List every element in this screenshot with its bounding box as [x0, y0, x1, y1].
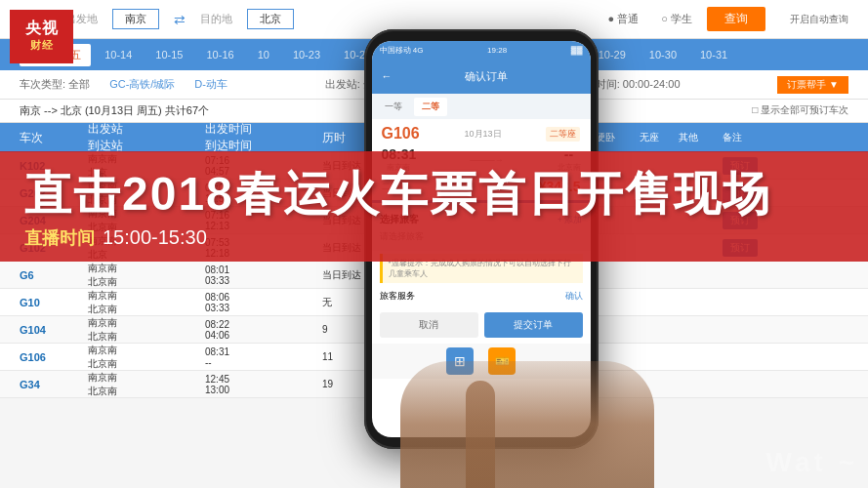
train-g106: G106	[20, 351, 88, 363]
station-g104: 南京南北京南	[88, 316, 205, 344]
date-item-12[interactable]: 10-30	[640, 45, 686, 64]
train-g34: G34	[20, 379, 88, 390]
status-carrier: 中国移动 4G	[380, 45, 424, 56]
back-icon[interactable]: ←	[382, 70, 393, 82]
time-g34: 12:4513:00	[205, 374, 322, 395]
gc-filter[interactable]: GC-高铁/城际	[109, 77, 175, 92]
date-item-2[interactable]: 10-15	[145, 45, 192, 64]
ticket-type-badge: 二等座	[546, 127, 580, 142]
time-g106: 08:31--	[205, 346, 322, 368]
confirm-label[interactable]: 确认	[565, 290, 583, 303]
broadcast-time: 15:00-15:30	[103, 226, 207, 249]
header-other: 其他	[679, 131, 723, 144]
header-hard-sleeper: 硬卧	[596, 131, 640, 144]
app-title: 确认订单	[465, 69, 508, 84]
service-label: 旅客服务	[380, 290, 415, 303]
train-type-label: 车次类型: 全部	[20, 77, 90, 92]
tab-second-class[interactable]: 二等	[414, 98, 447, 116]
header-no-seat: 无座	[640, 131, 679, 144]
d-filter[interactable]: D-动车	[194, 77, 227, 92]
date-item-13[interactable]: 10-31	[690, 45, 737, 64]
train-g104: G104	[20, 324, 88, 336]
cancel-button[interactable]: 取消	[380, 312, 478, 338]
service-row: 旅客服务 确认	[372, 286, 591, 306]
date-item-5[interactable]: 10-23	[283, 45, 330, 64]
phone-btn-row: 取消 提交订单	[372, 306, 591, 344]
banner-title: 直击2018春运火车票首日开售现场	[24, 169, 844, 221]
logo-container: 央视 财经	[10, 10, 73, 63]
station-g106: 南京南北京南	[88, 344, 205, 371]
ticket-type-student: ○ 学生	[661, 12, 692, 26]
phone-status-bar: 中国移动 4G 19:28 ▓▓	[372, 41, 591, 59]
header-train: 车次	[20, 130, 88, 146]
route-text: 南京 --> 北京 (10月13日 周五) 共计67个	[20, 103, 209, 118]
ticket-type-normal: ● 普通	[608, 12, 640, 26]
time-g6: 08:0103:33	[205, 264, 322, 286]
status-battery: ▓▓	[571, 46, 583, 55]
header-arrive: 出发时间到达时间	[205, 121, 322, 154]
date-item-1[interactable]: 10-14	[95, 45, 142, 64]
train-g10: G10	[20, 297, 88, 308]
watermark: Wat ~	[766, 447, 858, 478]
booking-help-button[interactable]: 订票帮手 ▼	[777, 76, 848, 94]
date-item-4[interactable]: 10	[248, 45, 279, 64]
phone-date: 10月13日	[465, 128, 502, 141]
hand-overlay	[400, 361, 654, 488]
broadcast-label: 直播时间	[24, 226, 95, 250]
phone-train-no: G106	[382, 125, 420, 142]
auto-search-label: 开启自动查询	[790, 13, 848, 26]
finger-overlay	[466, 381, 495, 488]
header-remark: 备注	[723, 131, 771, 144]
station-g10: 南京南北京南	[88, 289, 205, 316]
banner-subtitle-row: 直播时间 15:00-15:30	[24, 226, 844, 250]
show-all-label: □ 显示全部可预订车次	[752, 103, 848, 118]
phone-app-header: ← 确认订单	[372, 59, 591, 94]
search-button[interactable]: 查询	[707, 7, 765, 31]
red-banner: 直击2018春运火车票首日开售现场 直播时间 15:00-15:30	[0, 151, 868, 262]
submit-button[interactable]: 提交订单	[484, 312, 583, 338]
header-depart: 出发站到达站	[88, 121, 205, 154]
dest-label: 目的地	[200, 12, 232, 26]
date-item-3[interactable]: 10-16	[196, 45, 243, 64]
swap-icon[interactable]: ⇄	[174, 12, 186, 27]
logo-bottom: 财经	[30, 38, 54, 53]
origin-value[interactable]: 南京	[112, 9, 159, 29]
train-g6: G6	[20, 269, 88, 281]
station-g6: 南京南北京南	[88, 262, 205, 289]
time-g10: 08:0603:33	[205, 292, 322, 313]
tab-first-class[interactable]: 一等	[377, 98, 410, 116]
logo-top: 央视	[25, 20, 59, 36]
station-g34: 南京南北京南	[88, 371, 205, 398]
phone-tab-bar: 一等 二等	[372, 94, 591, 119]
time-g104: 08:2204:06	[205, 319, 322, 341]
dest-value[interactable]: 北京	[247, 9, 294, 29]
status-time: 19:28	[487, 46, 507, 55]
